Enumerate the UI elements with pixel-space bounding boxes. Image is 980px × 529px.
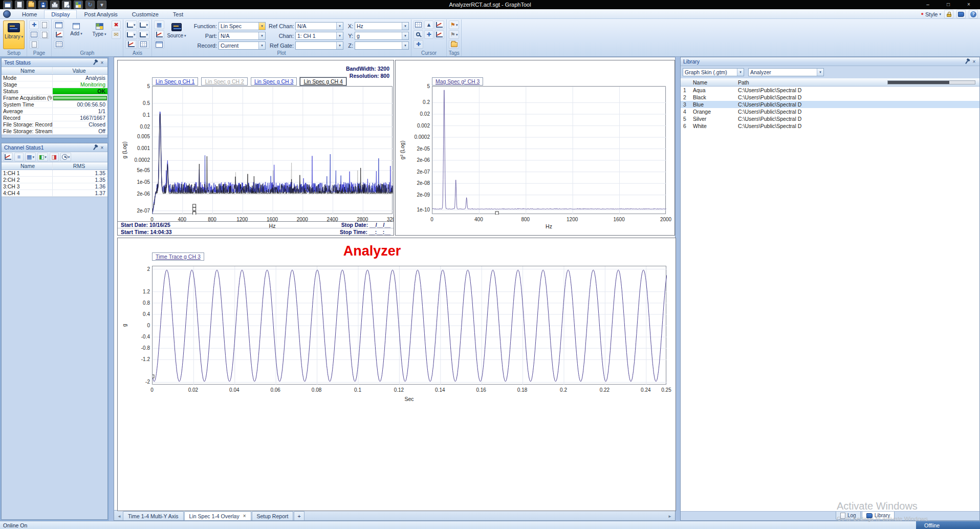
library-row[interactable]: 6WhiteC:\Users\Public\Spectral D [681,122,979,130]
ref-chan-select[interactable]: N/A▾ [295,22,343,30]
z-axis-select-dropdown-icon[interactable]: ▾ [402,42,408,49]
page-delete-button[interactable] [29,40,39,49]
cursor-peak-button[interactable]: ▲ [424,20,433,29]
status-row[interactable]: Frame Acquisition (%) [2,95,107,101]
axis-fit-button[interactable] [125,40,137,49]
graph-type-button[interactable]: Type▾ [89,20,110,49]
axis-grid-button[interactable] [138,40,150,49]
left-splitter[interactable] [109,57,114,521]
minimize-button[interactable]: – [918,0,938,9]
close-panel-icon[interactable]: × [98,144,106,151]
axis-scale-dropdown-icon[interactable]: ▾ [134,33,136,37]
page-pan-button[interactable]: ✚ [29,20,39,29]
y-axis-select-dropdown-icon[interactable]: ▾ [402,32,408,39]
graph-skin-dropdown-icon[interactable]: ▾ [817,69,823,76]
library-row[interactable]: 4OrangeC:\Users\Public\Spectral D [681,108,979,115]
axis-x-dropdown-icon[interactable]: ▾ [134,23,136,27]
z-axis-select[interactable]: ▾ [355,41,409,50]
function-select[interactable]: Lin Spec▾ [219,22,266,30]
document-tab[interactable]: Setup Report [252,511,294,520]
x-axis-select[interactable]: Hz▾ [355,22,409,30]
document-tab[interactable]: Lin Spec 1-4 Overlay× [184,511,251,520]
part-select[interactable]: N/A▾ [219,32,266,40]
tag-add-button[interactable]: ⚑▾ [449,20,459,29]
style-set-button[interactable] [74,1,83,9]
graph-skin-type-dropdown-icon[interactable]: ▾ [737,69,744,76]
channel-columns-button[interactable]: ▦▾ [25,153,36,161]
status-row[interactable]: StageMonitoring [2,81,107,88]
graph-grid-button[interactable] [54,40,64,49]
status-row[interactable]: 3:CH 31.36 [2,183,107,190]
status-row[interactable]: 2:CH 21.35 [2,177,107,183]
ribbon-tab-home[interactable]: Home [15,10,44,18]
plot-data-button[interactable]: ▦ [154,20,164,29]
record-select-dropdown-icon[interactable]: ▾ [258,42,265,49]
graph-delete-button[interactable]: ✖ [112,20,121,29]
save-button[interactable] [38,1,48,9]
close-panel-icon[interactable]: × [98,59,106,66]
axis-x-button[interactable]: ▾ [125,20,137,29]
axis-range-dropdown-icon[interactable]: ▾ [146,33,148,37]
document-tab[interactable]: Time 1-4 Multi-Y Axis [123,511,184,520]
axis-scale-button[interactable]: ▾ [125,30,137,39]
channel-units-button[interactable]: ◨ [50,153,59,161]
graph-skin-select[interactable]: Analyzer ▾ [748,68,824,76]
plot-config-button[interactable] [154,40,164,49]
tag-list-dropdown-icon[interactable]: ▾ [456,33,458,37]
status-row[interactable]: 4:CH 41.37 [2,190,107,197]
chan-select[interactable]: 1: CH 1▾ [295,32,343,40]
function-select-dropdown-icon[interactable]: ▾ [258,23,265,30]
tab-scroll-right-button[interactable]: ► [666,512,673,520]
library-row[interactable]: 2BlackC:\Users\Public\Spectral D [681,94,979,101]
record-select[interactable]: Current▾ [219,41,266,50]
pin-icon[interactable] [91,144,98,151]
tag-add-dropdown-icon[interactable]: ▾ [456,23,458,27]
chan-select-dropdown-icon[interactable]: ▾ [336,32,343,39]
open-file-button[interactable] [27,1,36,9]
legend-tab[interactable]: Lin Spec g CH 4 [300,77,346,86]
column-header-name[interactable]: Name [2,162,53,170]
x-axis-select-dropdown-icon[interactable]: ▾ [402,23,408,30]
status-row[interactable]: ModeAnalysis [2,75,107,81]
status-row[interactable]: File Storage: StreamOff [2,128,107,135]
help-button[interactable] [969,10,978,18]
legend-tab[interactable]: Mag Spec g² CH 3 [432,77,483,86]
status-row[interactable]: File Storage: RecordClosed [2,121,107,128]
application-menu-icon[interactable] [3,10,11,18]
legend-tab[interactable]: Lin Spec g CH 1 [152,77,198,86]
channel-list-button[interactable]: ≡ [14,153,24,161]
add-tab-button[interactable]: + [294,511,304,520]
legend-tab[interactable]: Lin Spec g CH 2 [201,77,247,86]
graph-chart-button[interactable] [54,30,64,39]
status-row[interactable]: Record1667/1667 [2,115,107,121]
library-row[interactable]: 3BlueC:\Users\Public\Spectral D [681,101,979,108]
channel-clock-dropdown-icon[interactable]: ▾ [68,155,70,159]
status-row[interactable]: StatusOK [2,88,107,95]
cursor-grid-button[interactable] [413,20,423,29]
book-button[interactable] [956,10,966,18]
tag-folder-button[interactable] [449,40,459,49]
mag-spec-plot-area[interactable] [432,86,666,214]
channel-columns-dropdown-icon[interactable]: ▾ [32,155,34,159]
right-splitter[interactable] [676,57,680,521]
axis-y-dropdown-icon[interactable]: ▾ [146,23,148,27]
print-preview-button[interactable] [62,1,71,9]
column-header-value[interactable]: Value [53,67,107,74]
graph-skin-type-select[interactable]: Graph Skin (.gtm) ▾ [683,68,744,76]
ref-gate-select[interactable]: ▾ [295,41,343,50]
undo-button[interactable]: ↻ [85,1,95,9]
style-button[interactable]: ● Style ▾ [921,11,941,17]
column-header-value[interactable]: RMS [53,162,107,170]
tag-list-button[interactable]: ⚑▾ [449,30,459,39]
library-column-name[interactable]: Name [693,79,738,86]
add-graph-button[interactable]: Add▾ [66,20,87,49]
legend-tab[interactable]: Time Trace g CH 3 [152,252,204,261]
plot-trace-button[interactable] [154,30,164,39]
ribbon-tab-customize[interactable]: Customize [125,10,166,18]
page-grid-button[interactable] [29,30,39,39]
maximize-button[interactable]: □ [938,0,959,9]
ribbon-tab-post-analysis[interactable]: Post Analysis [77,10,124,18]
graph-mail-button[interactable]: ✉ [112,30,121,39]
axis-y-button[interactable]: ▾ [138,20,150,29]
close-panel-icon[interactable]: × [970,58,978,65]
